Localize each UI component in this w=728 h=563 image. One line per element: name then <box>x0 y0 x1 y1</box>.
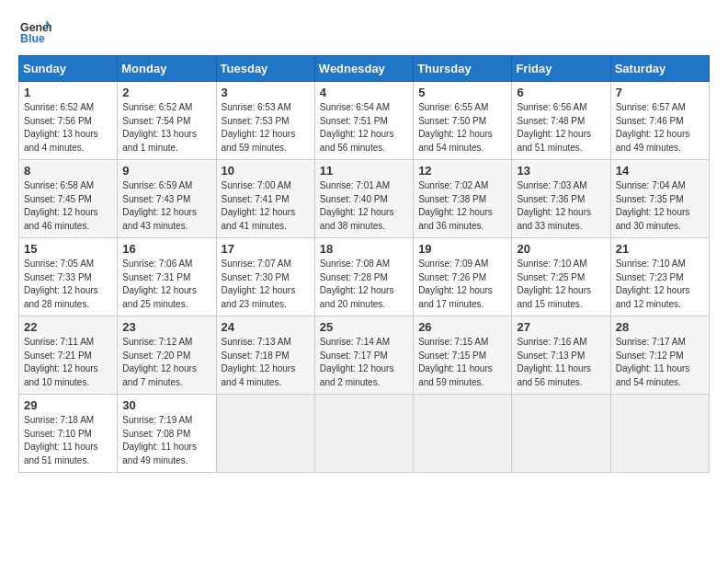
day-number: 11 <box>320 164 408 178</box>
col-header-tuesday: Tuesday <box>216 56 314 82</box>
calendar-cell: 17Sunrise: 7:07 AM Sunset: 7:30 PM Dayli… <box>216 238 314 316</box>
calendar-cell <box>610 395 709 473</box>
day-number: 9 <box>122 164 210 178</box>
day-info: Sunrise: 7:02 AM Sunset: 7:38 PM Dayligh… <box>418 179 506 233</box>
calendar-cell: 26Sunrise: 7:15 AM Sunset: 7:15 PM Dayli… <box>414 316 512 395</box>
col-header-sunday: Sunday <box>19 56 118 82</box>
day-info: Sunrise: 7:01 AM Sunset: 7:40 PM Dayligh… <box>320 179 408 233</box>
day-number: 24 <box>222 320 310 334</box>
calendar-cell: 10Sunrise: 7:00 AM Sunset: 7:41 PM Dayli… <box>216 160 314 238</box>
calendar-cell: 18Sunrise: 7:08 AM Sunset: 7:28 PM Dayli… <box>314 238 413 316</box>
calendar-cell <box>512 395 610 473</box>
col-header-friday: Friday <box>512 56 610 82</box>
day-number: 26 <box>418 320 506 334</box>
day-number: 10 <box>222 164 310 178</box>
calendar-cell: 6Sunrise: 6:56 AM Sunset: 7:48 PM Daylig… <box>512 82 610 160</box>
col-header-wednesday: Wednesday <box>314 56 413 82</box>
day-number: 19 <box>418 242 506 256</box>
day-number: 2 <box>122 86 210 99</box>
day-number: 28 <box>616 320 704 334</box>
week-row-3: 22Sunrise: 7:11 AM Sunset: 7:21 PM Dayli… <box>19 316 710 395</box>
calendar-table: SundayMondayTuesdayWednesdayThursdayFrid… <box>18 55 710 473</box>
calendar-cell: 16Sunrise: 7:06 AM Sunset: 7:31 PM Dayli… <box>118 238 216 316</box>
day-info: Sunrise: 7:06 AM Sunset: 7:31 PM Dayligh… <box>122 258 210 311</box>
day-number: 3 <box>222 86 310 99</box>
day-number: 17 <box>222 242 310 256</box>
logo: General Blue <box>18 18 51 46</box>
day-info: Sunrise: 6:54 AM Sunset: 7:51 PM Dayligh… <box>320 101 408 155</box>
day-info: Sunrise: 6:52 AM Sunset: 7:54 PM Dayligh… <box>122 101 210 155</box>
day-info: Sunrise: 7:09 AM Sunset: 7:26 PM Dayligh… <box>418 258 506 311</box>
day-info: Sunrise: 6:59 AM Sunset: 7:43 PM Dayligh… <box>122 179 210 233</box>
day-number: 7 <box>616 86 704 99</box>
week-row-1: 8Sunrise: 6:58 AM Sunset: 7:45 PM Daylig… <box>19 160 710 238</box>
day-number: 21 <box>616 242 704 256</box>
calendar-cell: 23Sunrise: 7:12 AM Sunset: 7:20 PM Dayli… <box>118 316 216 395</box>
day-info: Sunrise: 6:52 AM Sunset: 7:56 PM Dayligh… <box>24 101 112 155</box>
day-number: 16 <box>122 242 210 256</box>
day-info: Sunrise: 7:05 AM Sunset: 7:33 PM Dayligh… <box>24 258 112 311</box>
calendar-cell: 5Sunrise: 6:55 AM Sunset: 7:50 PM Daylig… <box>414 82 512 160</box>
calendar-cell: 28Sunrise: 7:17 AM Sunset: 7:12 PM Dayli… <box>610 316 709 395</box>
day-number: 1 <box>24 86 112 99</box>
svg-text:Blue: Blue <box>20 32 45 45</box>
day-info: Sunrise: 7:18 AM Sunset: 7:10 PM Dayligh… <box>24 414 112 467</box>
day-number: 12 <box>418 164 506 178</box>
day-number: 20 <box>517 242 605 256</box>
calendar-cell <box>414 395 512 473</box>
calendar-cell: 13Sunrise: 7:03 AM Sunset: 7:36 PM Dayli… <box>512 160 610 238</box>
day-number: 14 <box>616 164 704 178</box>
calendar-cell: 27Sunrise: 7:16 AM Sunset: 7:13 PM Dayli… <box>512 316 610 395</box>
day-info: Sunrise: 7:16 AM Sunset: 7:13 PM Dayligh… <box>517 336 605 389</box>
day-info: Sunrise: 6:56 AM Sunset: 7:48 PM Dayligh… <box>517 101 605 155</box>
calendar-cell: 24Sunrise: 7:13 AM Sunset: 7:18 PM Dayli… <box>216 316 314 395</box>
calendar-cell: 2Sunrise: 6:52 AM Sunset: 7:54 PM Daylig… <box>118 82 216 160</box>
calendar-cell: 3Sunrise: 6:53 AM Sunset: 7:53 PM Daylig… <box>216 82 314 160</box>
week-row-2: 15Sunrise: 7:05 AM Sunset: 7:33 PM Dayli… <box>19 238 710 316</box>
logo-icon: General Blue <box>18 18 51 46</box>
calendar-cell: 12Sunrise: 7:02 AM Sunset: 7:38 PM Dayli… <box>414 160 512 238</box>
calendar-cell: 14Sunrise: 7:04 AM Sunset: 7:35 PM Dayli… <box>610 160 709 238</box>
day-info: Sunrise: 7:08 AM Sunset: 7:28 PM Dayligh… <box>320 258 408 311</box>
day-number: 23 <box>122 320 210 334</box>
day-number: 6 <box>517 86 605 99</box>
calendar-cell: 30Sunrise: 7:19 AM Sunset: 7:08 PM Dayli… <box>118 395 216 473</box>
day-info: Sunrise: 7:14 AM Sunset: 7:17 PM Dayligh… <box>320 336 408 389</box>
calendar-cell: 21Sunrise: 7:10 AM Sunset: 7:23 PM Dayli… <box>610 238 709 316</box>
day-number: 29 <box>24 398 112 412</box>
calendar-cell: 22Sunrise: 7:11 AM Sunset: 7:21 PM Dayli… <box>19 316 118 395</box>
calendar-cell: 29Sunrise: 7:18 AM Sunset: 7:10 PM Dayli… <box>19 395 118 473</box>
col-header-saturday: Saturday <box>610 56 709 82</box>
calendar-cell: 9Sunrise: 6:59 AM Sunset: 7:43 PM Daylig… <box>118 160 216 238</box>
col-header-thursday: Thursday <box>414 56 512 82</box>
calendar-cell: 11Sunrise: 7:01 AM Sunset: 7:40 PM Dayli… <box>314 160 413 238</box>
day-number: 8 <box>24 164 112 178</box>
day-number: 5 <box>418 86 506 99</box>
day-info: Sunrise: 6:58 AM Sunset: 7:45 PM Dayligh… <box>24 179 112 233</box>
day-info: Sunrise: 7:19 AM Sunset: 7:08 PM Dayligh… <box>122 414 210 467</box>
day-number: 13 <box>517 164 605 178</box>
day-number: 15 <box>24 242 112 256</box>
col-header-monday: Monday <box>118 56 216 82</box>
day-number: 18 <box>320 242 408 256</box>
calendar-cell: 8Sunrise: 6:58 AM Sunset: 7:45 PM Daylig… <box>19 160 118 238</box>
page-header: General Blue <box>18 18 710 46</box>
day-info: Sunrise: 7:04 AM Sunset: 7:35 PM Dayligh… <box>616 179 704 233</box>
day-info: Sunrise: 6:55 AM Sunset: 7:50 PM Dayligh… <box>418 101 506 155</box>
week-row-0: 1Sunrise: 6:52 AM Sunset: 7:56 PM Daylig… <box>19 82 710 160</box>
day-number: 25 <box>320 320 408 334</box>
day-info: Sunrise: 7:17 AM Sunset: 7:12 PM Dayligh… <box>616 336 704 389</box>
day-info: Sunrise: 7:10 AM Sunset: 7:23 PM Dayligh… <box>616 258 704 311</box>
week-row-4: 29Sunrise: 7:18 AM Sunset: 7:10 PM Dayli… <box>19 395 710 473</box>
calendar-cell <box>216 395 314 473</box>
header-row: SundayMondayTuesdayWednesdayThursdayFrid… <box>19 56 710 82</box>
calendar-cell: 15Sunrise: 7:05 AM Sunset: 7:33 PM Dayli… <box>19 238 118 316</box>
calendar-cell: 4Sunrise: 6:54 AM Sunset: 7:51 PM Daylig… <box>314 82 413 160</box>
day-info: Sunrise: 6:57 AM Sunset: 7:46 PM Dayligh… <box>616 101 704 155</box>
day-info: Sunrise: 7:00 AM Sunset: 7:41 PM Dayligh… <box>222 179 310 233</box>
calendar-cell <box>314 395 413 473</box>
day-info: Sunrise: 6:53 AM Sunset: 7:53 PM Dayligh… <box>222 101 310 155</box>
day-info: Sunrise: 7:07 AM Sunset: 7:30 PM Dayligh… <box>222 258 310 311</box>
day-info: Sunrise: 7:10 AM Sunset: 7:25 PM Dayligh… <box>517 258 605 311</box>
calendar-cell: 20Sunrise: 7:10 AM Sunset: 7:25 PM Dayli… <box>512 238 610 316</box>
